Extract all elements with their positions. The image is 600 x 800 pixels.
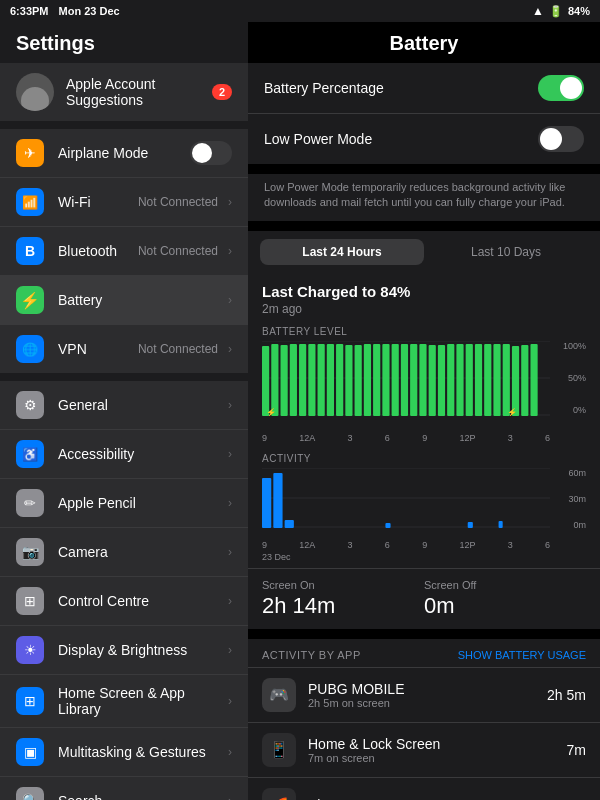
vpn-chevron: ›	[228, 342, 232, 356]
apple-account-badge: 2	[212, 84, 232, 100]
app-row-pubg[interactable]: 🎮 PUBG MOBILE 2h 5m on screen 2h 5m	[248, 668, 600, 723]
wifi-chevron: ›	[228, 195, 232, 209]
status-time: 6:33PM	[10, 5, 49, 17]
pubg-info: PUBG MOBILE 2h 5m on screen	[308, 681, 547, 709]
homelock-info: Home & Lock Screen 7m on screen	[308, 736, 567, 764]
battery-icon-row: ⚡	[16, 286, 44, 314]
display-icon: ☀	[16, 636, 44, 664]
multitask-label: Multitasking & Gestures	[58, 744, 224, 760]
tab-24hours[interactable]: Last 24 Hours	[260, 239, 424, 265]
svg-rect-32	[530, 344, 537, 416]
activity-bars-svg	[262, 468, 550, 528]
svg-rect-22	[438, 345, 445, 416]
battery-chart-area: Last Charged to 84% 2m ago BATTERY LEVEL…	[248, 273, 600, 568]
battery-label: Battery	[58, 292, 224, 308]
svg-rect-15	[373, 344, 380, 416]
activity-by-app-label: ACTIVITY BY APP	[262, 649, 361, 661]
controlcentre-icon: ⊞	[16, 587, 44, 615]
bluetooth-chevron: ›	[228, 244, 232, 258]
svg-rect-18	[401, 344, 408, 416]
sidebar-item-multitask[interactable]: ▣ Multitasking & Gestures ›	[0, 728, 248, 777]
sidebar-item-homescreen[interactable]: ⊞ Home Screen & App Library ›	[0, 675, 248, 728]
svg-rect-20	[419, 344, 426, 416]
low-power-row[interactable]: Low Power Mode	[248, 114, 600, 164]
low-power-note: Low Power Mode temporarily reduces backg…	[248, 174, 600, 221]
airplane-toggle[interactable]	[190, 141, 232, 165]
settings-group-1: ✈ Airplane Mode 📶 Wi-Fi Not Connected › …	[0, 129, 248, 373]
low-power-toggle[interactable]	[538, 126, 584, 152]
battery-percentage-label: Battery Percentage	[264, 80, 538, 96]
settings-title: Settings	[0, 22, 248, 63]
svg-rect-30	[512, 346, 519, 416]
sidebar-item-wifi[interactable]: 📶 Wi-Fi Not Connected ›	[0, 178, 248, 227]
svg-rect-19	[410, 344, 417, 416]
svg-rect-8	[308, 344, 315, 416]
app-row-homelock[interactable]: 📱 Home & Lock Screen 7m on screen 7m	[248, 723, 600, 778]
camera-icon: 📷	[16, 538, 44, 566]
status-date: Mon 23 Dec	[59, 5, 120, 17]
tab-10days[interactable]: Last 10 Days	[424, 239, 588, 265]
pubg-icon: 🎮	[262, 678, 296, 712]
homelock-time: 7m	[567, 742, 586, 758]
svg-rect-10	[327, 344, 334, 416]
svg-rect-38	[262, 478, 271, 528]
battery-percentage-row[interactable]: Battery Percentage	[248, 63, 600, 114]
multitask-icon: ▣	[16, 738, 44, 766]
battery-title: Battery	[248, 22, 600, 63]
activity-app-header: ACTIVITY BY APP SHOW BATTERY USAGE	[248, 639, 600, 668]
sidebar-item-applepencil[interactable]: ✏ Apple Pencil ›	[0, 479, 248, 528]
svg-rect-13	[355, 345, 362, 416]
display-label: Display & Brightness	[58, 642, 224, 658]
bluetooth-value: Not Connected	[138, 244, 218, 258]
svg-rect-39	[273, 473, 282, 528]
applepencil-icon: ✏	[16, 489, 44, 517]
general-icon: ⚙	[16, 391, 44, 419]
avatar	[16, 73, 54, 111]
svg-rect-23	[447, 344, 454, 416]
battery-percentage-toggle[interactable]	[538, 75, 584, 101]
svg-rect-25	[466, 344, 473, 416]
homescreen-icon: ⊞	[16, 687, 44, 715]
homelock-sub: 7m on screen	[308, 752, 567, 764]
sidebar-item-general[interactable]: ⚙ General ›	[0, 381, 248, 430]
battery-level-chart: 100% 50% 0%	[262, 341, 586, 431]
sidebar-item-bluetooth[interactable]: B Bluetooth Not Connected ›	[0, 227, 248, 276]
screen-on-label: Screen On	[262, 579, 424, 591]
pubg-sub: 2h 5m on screen	[308, 697, 547, 709]
photos-icon: 🌈	[262, 788, 296, 800]
airplane-icon: ✈	[16, 139, 44, 167]
sidebar-item-camera[interactable]: 📷 Camera ›	[0, 528, 248, 577]
sidebar-item-accessibility[interactable]: ♿ Accessibility ›	[0, 430, 248, 479]
sidebar-item-airplane[interactable]: ✈ Airplane Mode	[0, 129, 248, 178]
svg-rect-6	[290, 344, 297, 416]
wifi-label: Wi-Fi	[58, 194, 138, 210]
low-power-label: Low Power Mode	[264, 131, 538, 147]
show-battery-usage[interactable]: SHOW BATTERY USAGE	[458, 649, 586, 661]
pubg-time: 2h 5m	[547, 687, 586, 703]
svg-rect-27	[484, 344, 491, 416]
sidebar-item-display[interactable]: ☀ Display & Brightness ›	[0, 626, 248, 675]
svg-rect-43	[499, 521, 503, 528]
camera-label: Camera	[58, 544, 224, 560]
svg-rect-9	[318, 344, 325, 416]
apple-account-label: Apple Account Suggestions	[66, 76, 212, 108]
settings-panel: Settings Apple Account Suggestions 2 ✈ A…	[0, 0, 248, 800]
activity-label: ACTIVITY	[262, 453, 586, 464]
app-row-photos[interactable]: 🌈 Photos 1m	[248, 778, 600, 800]
svg-rect-29	[503, 344, 510, 416]
sidebar-item-search[interactable]: 🔍 Search ›	[0, 777, 248, 800]
homescreen-label: Home Screen & App Library	[58, 685, 224, 717]
airplane-label: Airplane Mode	[58, 145, 190, 161]
sidebar-item-vpn[interactable]: 🌐 VPN Not Connected ›	[0, 325, 248, 373]
time-tabs: Last 24 Hours Last 10 Days	[248, 231, 600, 273]
screen-stats: Screen On 2h 14m Screen Off 0m	[248, 568, 600, 629]
svg-text:⚡: ⚡	[507, 407, 518, 416]
screen-on-stat: Screen On 2h 14m	[262, 579, 424, 619]
svg-rect-21	[429, 345, 436, 416]
sidebar-item-battery[interactable]: ⚡ Battery ›	[0, 276, 248, 325]
apple-account-row[interactable]: Apple Account Suggestions 2	[0, 63, 248, 121]
accessibility-icon: ♿	[16, 440, 44, 468]
sidebar-item-controlcentre[interactable]: ⊞ Control Centre ›	[0, 577, 248, 626]
battery-panel: Battery Battery Percentage Low Power Mod…	[248, 0, 600, 800]
battery-icon: 🔋	[549, 5, 563, 18]
